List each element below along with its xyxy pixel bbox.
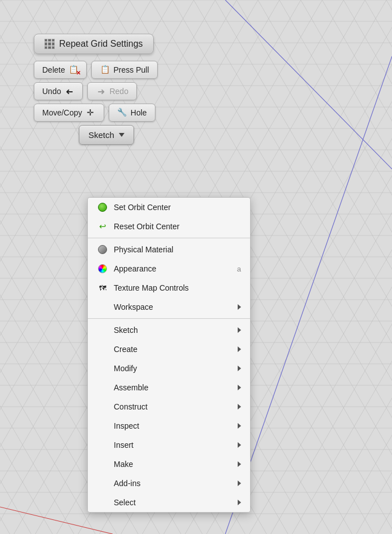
assemble-submenu-arrow-icon	[238, 385, 241, 390]
construct-label: Construct	[114, 402, 232, 411]
sketch-row: Sketch	[34, 125, 158, 145]
inspect-label: Inspect	[114, 421, 232, 430]
appearance-shortcut: a	[237, 265, 241, 273]
assemble-icon	[97, 382, 108, 393]
texture-map-label: Texture Map Controls	[114, 283, 241, 292]
menu-item-modify[interactable]: Modify	[88, 359, 250, 378]
modify-icon	[97, 363, 108, 374]
construct-submenu-arrow-icon	[238, 404, 241, 410]
sketch-menu-label: Sketch	[114, 326, 232, 335]
move-icon: ✛	[86, 108, 96, 118]
menu-item-create[interactable]: Create	[88, 340, 250, 359]
redo-button[interactable]: ➜ Redo	[87, 82, 136, 100]
select-submenu-arrow-icon	[238, 500, 241, 505]
menu-item-reset-orbit-center[interactable]: ↩ Reset Orbit Center	[88, 217, 250, 236]
sketch-label: Sketch	[88, 130, 114, 140]
redo-label: Redo	[109, 87, 128, 96]
menu-item-construct[interactable]: Construct	[88, 397, 250, 416]
undo-icon: ➜	[64, 86, 74, 96]
move-copy-button[interactable]: Move/Copy ✛	[34, 104, 104, 122]
hole-label: Hole	[131, 108, 147, 117]
menu-item-assemble[interactable]: Assemble	[88, 378, 250, 397]
menu-item-insert[interactable]: Insert	[88, 435, 250, 455]
construct-icon	[97, 401, 108, 412]
menu-item-make[interactable]: Make	[88, 455, 250, 474]
menu-item-texture-map[interactable]: 🗺 Texture Map Controls	[88, 278, 250, 297]
delete-presspull-row: Delete 📋✕ 📋 Press Pull	[34, 61, 158, 79]
reset-orbit-icon: ↩	[97, 221, 108, 232]
menu-item-set-orbit-center[interactable]: Set Orbit Center	[88, 198, 250, 217]
workspace-submenu-arrow-icon	[238, 304, 241, 310]
assemble-label: Assemble	[114, 383, 232, 392]
hole-icon: 🔧	[117, 108, 127, 118]
sketch-dropdown-arrow-icon	[119, 133, 124, 137]
add-ins-label: Add-ins	[114, 479, 232, 488]
grid-icon	[44, 39, 55, 49]
undo-redo-row: Undo ➜ ➜ Redo	[34, 82, 158, 100]
inspect-submenu-arrow-icon	[238, 423, 241, 429]
create-label: Create	[114, 345, 232, 354]
set-orbit-center-label: Set Orbit Center	[114, 203, 241, 212]
inspect-icon	[97, 420, 108, 431]
make-submenu-arrow-icon	[238, 461, 241, 467]
delete-button[interactable]: Delete 📋✕	[34, 61, 87, 79]
insert-submenu-arrow-icon	[238, 442, 241, 448]
sketch-dropdown-menu: Set Orbit Center ↩ Reset Orbit Center Ph…	[87, 197, 251, 513]
modify-label: Modify	[114, 364, 232, 373]
select-icon	[97, 497, 108, 508]
make-icon	[97, 459, 108, 470]
create-icon	[97, 344, 108, 355]
divider-2	[88, 318, 250, 319]
press-pull-button[interactable]: 📋 Press Pull	[91, 61, 157, 79]
delete-icon: 📋✕	[68, 65, 78, 75]
menu-item-select[interactable]: Select	[88, 493, 250, 512]
appearance-label: Appearance	[114, 264, 231, 273]
insert-icon	[97, 439, 108, 451]
menu-item-physical-material[interactable]: Physical Material	[88, 240, 250, 259]
menu-item-sketch[interactable]: Sketch	[88, 321, 250, 340]
workspace-label: Workspace	[114, 302, 232, 312]
colorwheel-icon	[97, 263, 108, 274]
delete-x-icon: ✕	[76, 70, 81, 76]
sketch-button[interactable]: Sketch	[79, 125, 134, 145]
move-copy-label: Move/Copy	[42, 108, 82, 117]
undo-label: Undo	[42, 87, 61, 96]
select-label: Select	[114, 498, 232, 507]
addins-icon	[97, 478, 108, 489]
delete-label: Delete	[42, 65, 65, 74]
modify-submenu-arrow-icon	[238, 366, 241, 371]
reset-orbit-center-label: Reset Orbit Center	[114, 222, 241, 231]
press-pull-label: Press Pull	[113, 65, 149, 74]
menu-item-add-ins[interactable]: Add-ins	[88, 474, 250, 493]
workspace-icon	[97, 301, 108, 313]
insert-label: Insert	[114, 440, 232, 450]
press-pull-icon: 📋	[100, 65, 110, 75]
texture-icon: 🗺	[97, 282, 108, 293]
orbit-icon	[97, 202, 108, 213]
create-submenu-arrow-icon	[238, 346, 241, 352]
repeat-grid-row: Repeat Grid Settings	[34, 34, 158, 57]
sketch-submenu-arrow-icon	[238, 327, 241, 333]
repeat-grid-button[interactable]: Repeat Grid Settings	[34, 34, 154, 54]
repeat-grid-label: Repeat Grid Settings	[59, 39, 143, 49]
toolbar: Repeat Grid Settings Delete 📋✕ 📋 Press P…	[34, 34, 158, 145]
menu-item-workspace[interactable]: Workspace	[88, 297, 250, 317]
globe-icon	[97, 244, 108, 255]
menu-item-appearance[interactable]: Appearance a	[88, 259, 250, 278]
physical-material-label: Physical Material	[114, 245, 241, 254]
make-label: Make	[114, 460, 232, 469]
addins-submenu-arrow-icon	[238, 480, 241, 486]
hole-button[interactable]: 🔧 Hole	[109, 104, 155, 122]
redo-icon: ➜	[96, 86, 106, 96]
sketch-menu-icon	[97, 324, 108, 336]
divider-1	[88, 238, 250, 238]
undo-button[interactable]: Undo ➜	[34, 82, 83, 100]
movecopy-hole-row: Move/Copy ✛ 🔧 Hole	[34, 104, 158, 122]
menu-item-inspect[interactable]: Inspect	[88, 416, 250, 435]
